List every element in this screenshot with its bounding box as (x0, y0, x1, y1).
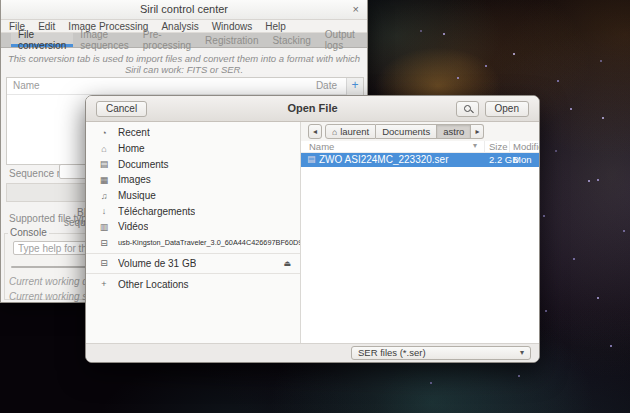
music-icon: ♫ (98, 191, 110, 201)
menu-help[interactable]: Help (265, 21, 286, 32)
column-size[interactable]: Size (489, 141, 507, 152)
sidebar-item-label: Other Locations (118, 279, 189, 290)
sidebar-item-volume[interactable]: ⊟ Volume de 31 GB ⏏ (86, 256, 300, 272)
tab-output-logs[interactable]: Output logs (318, 33, 362, 47)
chevron-right-icon[interactable]: ▸ (471, 124, 484, 139)
file-type-filter-dropdown[interactable]: SER files (*.ser) ▾ (351, 346, 531, 360)
breadcrumb-label: Documents (382, 126, 430, 137)
dialog-body: ◔ Recent ⌂ Home ▤ Documents ▦ Images ♫ M… (86, 122, 539, 343)
breadcrumb: ⌂laurent Documents astro ▸ (325, 124, 484, 139)
source-list-header: Name Date + (7, 78, 363, 95)
other-locations-icon: + (98, 279, 110, 289)
sidebar-item-music[interactable]: ♫ Musique (86, 188, 300, 204)
dialog-footer: SER files (*.ser) ▾ (86, 343, 539, 362)
file-list-header: Name ▾ Size Modified (301, 141, 539, 153)
dialog-headerbar[interactable]: Open File Cancel Open (86, 96, 539, 122)
tab-stacking[interactable]: Stacking (265, 33, 317, 47)
back-button[interactable]: ◂ (308, 124, 322, 139)
sidebar-item-home[interactable]: ⌂ Home (86, 141, 300, 157)
sidebar-separator (86, 273, 300, 274)
column-divider (484, 141, 485, 152)
source-col-date[interactable]: Date (316, 80, 337, 91)
usb-drive-icon: ⊟ (98, 238, 110, 248)
file-browser-pane: ◂ ⌂laurent Documents astro ▸ Name ▾ Size… (301, 122, 539, 343)
close-icon[interactable]: × (353, 0, 359, 19)
open-button[interactable]: Open (485, 101, 529, 117)
images-icon: ▦ (98, 175, 110, 185)
cancel-button[interactable]: Cancel (96, 101, 147, 117)
breadcrumb-label: astro (443, 126, 464, 137)
sidebar-item-usb-drive[interactable]: ⊟ usb-Kingston_DataTraveler_3.0_60A44C42… (86, 235, 300, 251)
breadcrumb-documents[interactable]: Documents (376, 124, 437, 139)
siril-titlebar[interactable]: Siril control center × (1, 0, 367, 20)
videos-icon: ▥ (98, 222, 110, 232)
sidebar-item-other-locations[interactable]: + Other Locations (86, 276, 300, 292)
sidebar-item-label: Vidéos (118, 221, 148, 232)
chevron-down-icon: ▾ (520, 347, 524, 359)
home-icon: ⌂ (98, 144, 110, 154)
recent-icon: ◔ (98, 128, 110, 138)
breadcrumb-home[interactable]: ⌂laurent (325, 124, 376, 139)
sort-descending-icon[interactable]: ▾ (473, 141, 477, 150)
sidebar-item-recent[interactable]: ◔ Recent (86, 125, 300, 141)
sidebar-item-documents[interactable]: ▤ Documents (86, 156, 300, 172)
column-divider (509, 141, 510, 152)
sidebar-item-label: Home (118, 143, 145, 154)
eject-icon[interactable]: ⏏ (283, 259, 291, 268)
sidebar-item-videos[interactable]: ▥ Vidéos (86, 219, 300, 235)
breadcrumb-label: laurent (340, 126, 369, 137)
filter-value: SER files (*.ser) (358, 347, 426, 358)
sidebar-item-label: Documents (118, 159, 169, 170)
breadcrumb-astro[interactable]: astro (437, 124, 471, 139)
console-label: Console (8, 227, 49, 238)
places-sidebar: ◔ Recent ⌂ Home ▤ Documents ▦ Images ♫ M… (86, 122, 301, 343)
path-bar: ◂ ⌂laurent Documents astro ▸ (301, 122, 539, 141)
chevron-left-icon: ◂ (313, 127, 317, 136)
file-name: ZWO ASI224MC_223320.ser (319, 154, 449, 165)
volume-icon: ⊟ (98, 258, 110, 268)
sidebar-item-label: Recent (118, 127, 150, 138)
downloads-icon: ↓ (98, 206, 110, 216)
home-icon: ⌂ (332, 127, 337, 137)
add-files-button[interactable]: + (346, 78, 363, 95)
tab-pre-processing[interactable]: Pre-processing (136, 33, 198, 47)
sidebar-item-images[interactable]: ▦ Images (86, 172, 300, 188)
documents-icon: ▤ (98, 159, 110, 169)
sidebar-item-label: Volume de 31 GB (118, 258, 196, 269)
column-modified[interactable]: Modified (513, 141, 540, 152)
tab-image-sequences[interactable]: Image sequences (73, 33, 135, 47)
file-row-selected[interactable]: ▤ ZWO ASI224MC_223320.ser 2.2 GB Mon (301, 153, 539, 167)
open-file-dialog: Open File Cancel Open ◔ Recent ⌂ Home ▤ … (85, 95, 540, 363)
tab-registration[interactable]: Registration (198, 33, 265, 47)
sidebar-item-label: Téléchargements (118, 206, 195, 217)
source-col-name[interactable]: Name (13, 80, 40, 91)
sidebar-item-label: Musique (118, 190, 156, 201)
sidebar-item-label: usb-Kingston_DataTraveler_3.0_60A44C4266… (118, 238, 300, 247)
sidebar-item-downloads[interactable]: ↓ Téléchargements (86, 203, 300, 219)
file-icon: ▤ (307, 154, 316, 164)
search-icon (464, 105, 471, 112)
column-name[interactable]: Name (309, 141, 334, 152)
search-button[interactable] (456, 101, 479, 117)
window-title: Siril control center (140, 3, 228, 15)
tab-description: This conversion tab is used to import fi… (1, 53, 367, 75)
file-modified: Mon (513, 154, 531, 165)
sidebar-separator (86, 253, 300, 254)
tab-strip: File conversion Image sequences Pre-proc… (1, 33, 367, 48)
sidebar-item-label: Images (118, 174, 151, 185)
tab-file-conversion[interactable]: File conversion (11, 33, 73, 47)
menu-windows[interactable]: Windows (212, 21, 253, 32)
